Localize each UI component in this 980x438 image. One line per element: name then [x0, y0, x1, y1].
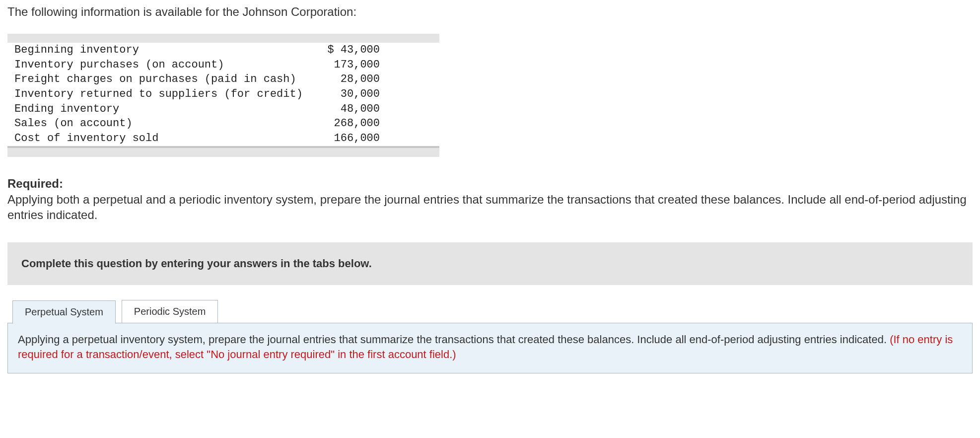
intro-text: The following information is available f… — [7, 5, 973, 19]
row-value: 268,000 — [317, 116, 439, 131]
row-value: 166,000 — [317, 131, 439, 146]
row-label: Ending inventory — [7, 102, 317, 117]
required-text: Applying both a perpetual and a periodic… — [7, 192, 973, 222]
row-label: Freight charges on purchases (paid in ca… — [7, 72, 317, 87]
row-label: Cost of inventory sold — [7, 131, 317, 146]
row-label: Sales (on account) — [7, 116, 317, 131]
tab-periodic-system[interactable]: Periodic System — [122, 300, 218, 323]
table-row: Ending inventory 48,000 — [7, 102, 439, 117]
table-row: Freight charges on purchases (paid in ca… — [7, 72, 439, 87]
row-label: Beginning inventory — [7, 43, 317, 58]
instruction-bar: Complete this question by entering your … — [7, 242, 973, 285]
row-value: 173,000 — [317, 58, 439, 73]
row-value: $ 43,000 — [317, 43, 439, 58]
tab-perpetual-system[interactable]: Perpetual System — [12, 300, 116, 324]
row-value: 30,000 — [317, 87, 439, 102]
panel-instruction-black: Applying a perpetual inventory system, p… — [18, 333, 890, 346]
required-heading: Required: — [7, 177, 973, 191]
table-row: Inventory returned to suppliers (for cre… — [7, 87, 439, 102]
tabs-row: Perpetual System Periodic System — [12, 300, 973, 323]
row-value: 28,000 — [317, 72, 439, 87]
table-row: Inventory purchases (on account) 173,000 — [7, 58, 439, 73]
row-label: Inventory purchases (on account) — [7, 58, 317, 73]
table-row: Cost of inventory sold 166,000 — [7, 131, 439, 146]
row-label: Inventory returned to suppliers (for cre… — [7, 87, 317, 102]
table-row: Beginning inventory $ 43,000 — [7, 43, 439, 58]
row-value: 48,000 — [317, 102, 439, 117]
tab-panel-perpetual: Applying a perpetual inventory system, p… — [7, 323, 973, 373]
inventory-data-table: Beginning inventory $ 43,000 Inventory p… — [7, 34, 439, 157]
table-row: Sales (on account) 268,000 — [7, 116, 439, 131]
